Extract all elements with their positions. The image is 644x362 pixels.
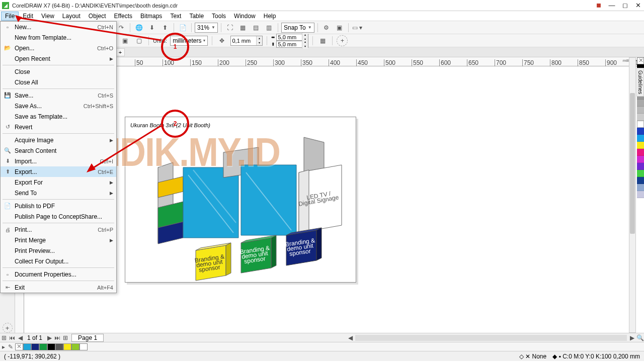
menu-item-exit[interactable]: ⇤ExitAlt+F4 [1, 282, 116, 293]
no-fill-swatch[interactable]: ✕ [15, 343, 23, 350]
vertical-scrollbar[interactable] [629, 57, 636, 333]
color-swatch[interactable] [637, 107, 644, 114]
doc-color-swatch[interactable] [55, 343, 63, 350]
app-icon[interactable]: ▭ ▾ [352, 22, 363, 33]
maximize-button[interactable]: ◻ [621, 2, 629, 9]
doc-color-swatch[interactable] [31, 343, 39, 350]
close-button[interactable]: ✕ [634, 2, 642, 9]
menu-item-save-as[interactable]: Save As...Ctrl+Shift+S [1, 101, 116, 111]
rulers-icon[interactable]: ▦ [237, 22, 249, 33]
doc-color-swatch[interactable] [39, 343, 47, 350]
first-page-icon[interactable]: ⏮ [8, 334, 16, 341]
add-tool-icon[interactable]: + [3, 323, 13, 333]
cursor-coordinates: ( -119,971; 390,262 ) [4, 353, 60, 360]
menu-help[interactable]: Help [260, 12, 280, 21]
menu-item-publish-page-to-conceptshare[interactable]: Publish Page to ConceptShare... [1, 211, 116, 222]
zoom-nav-icon[interactable]: 🔍 [636, 334, 644, 341]
guidelines-docker-tab[interactable]: Guidelines [636, 68, 644, 97]
menu-item-export-for[interactable]: Export For▶ [1, 177, 116, 188]
color-swatch[interactable] [637, 135, 644, 142]
no-color-swatch[interactable]: ✕ [637, 57, 644, 64]
launch-icon[interactable]: ▣ [334, 22, 345, 33]
menu-item-save-as-template[interactable]: Save as Template... [1, 111, 116, 122]
menu-text[interactable]: Text [166, 12, 185, 21]
menu-item-send-to[interactable]: Send To▶ [1, 188, 116, 198]
minimize-button[interactable]: — [608, 2, 616, 9]
last-page-icon[interactable]: ⏭ [53, 334, 61, 341]
prev-page-icon[interactable]: ◀ [16, 334, 24, 341]
color-swatch[interactable] [637, 170, 644, 177]
menu-window[interactable]: Window [230, 12, 260, 21]
fullscreen-icon[interactable]: ⛶ [224, 22, 235, 33]
color-swatch[interactable] [637, 156, 644, 163]
next-page-icon[interactable]: ▶ [45, 334, 53, 341]
canvas[interactable]: Ukuran Booth 3x6 (2 Unit Booth) [24, 66, 644, 333]
color-swatch[interactable] [637, 114, 644, 121]
palette-arrow-icon[interactable]: ▸ [2, 343, 5, 350]
menu-item-save[interactable]: 💾Save...Ctrl+S [1, 90, 116, 101]
doc-color-swatch[interactable] [47, 343, 55, 350]
color-swatch[interactable] [637, 184, 644, 191]
document-palette: ▸ ✎ ✕ [0, 342, 644, 351]
title-bar: ◢ CorelDRAW X7 (64-Bit) - D:\ANDIK\EVENT… [0, 0, 644, 11]
horizontal-scrollbar[interactable] [355, 335, 627, 341]
menu-item-print-merge[interactable]: Print Merge▶ [1, 235, 116, 245]
guides-icon[interactable]: ▥ [264, 22, 275, 33]
menu-item-print-preview[interactable]: Print Preview... [1, 245, 116, 256]
menu-tools[interactable]: Tools [208, 12, 230, 21]
menu-item-publish-to-pdf[interactable]: 📄Publish to PDF [1, 201, 116, 211]
zoom-combo[interactable]: 31%▼ [195, 23, 218, 33]
menu-item-close[interactable]: Close [1, 66, 116, 77]
nudge-distance[interactable]: ▴▾ [230, 36, 263, 46]
color-swatch[interactable] [637, 191, 644, 198]
dupx-icon: ⬌ [271, 35, 275, 40]
ruler-tick: 550 [412, 59, 423, 66]
menu-table[interactable]: Table [185, 12, 208, 21]
doc-color-swatch[interactable] [23, 343, 31, 350]
treat-as-filled-icon[interactable]: ▦ [317, 35, 328, 46]
add-preset-icon[interactable]: + [337, 35, 348, 46]
page-tab[interactable]: Page 1 [71, 334, 104, 342]
menu-item-label: Collect For Output... [15, 258, 113, 265]
menu-separator [3, 88, 114, 89]
menu-item-open-recent[interactable]: Open Recent▶ [1, 53, 116, 64]
menu-item-label: Document Properties... [15, 271, 113, 278]
eyedropper-icon[interactable]: ✎ [8, 343, 13, 350]
grid-icon[interactable]: ▤ [251, 22, 262, 33]
submenu-arrow-icon: ▶ [110, 238, 113, 243]
menu-item-shortcut: Ctrl+Shift+S [84, 103, 113, 109]
color-swatch[interactable] [637, 128, 644, 135]
menu-item-collect-for-output[interactable]: Collect For Output... [1, 256, 116, 266]
svg-line-33 [18, 18, 161, 40]
doc-color-swatch[interactable] [79, 343, 88, 350]
window-title: CorelDRAW X7 (64-Bit) - D:\ANDIK\EVENT\i… [12, 3, 595, 9]
menu-item-icon: ⇤ [4, 284, 12, 291]
ruler-tick: 800 [550, 59, 561, 66]
svg-line-35 [91, 126, 161, 169]
hscroll-right[interactable]: ▶ [628, 334, 636, 341]
menu-item-print[interactable]: 🖨Print...Ctrl+P [1, 224, 116, 235]
user-icon[interactable]: ◼ [595, 2, 603, 9]
options-icon[interactable]: ⚙ [321, 22, 332, 33]
page-add-after-icon[interactable]: ⊞ [61, 334, 69, 341]
menu-item-close-all[interactable]: Close All [1, 77, 116, 87]
color-swatch[interactable] [637, 177, 644, 184]
menu-item-label: Export For [15, 179, 113, 186]
add-tab-button[interactable]: + [116, 48, 125, 56]
doc-color-swatch[interactable] [71, 343, 79, 350]
hscroll-left[interactable]: ◀ [346, 334, 354, 341]
menu-item-icon: 🔍 [4, 147, 12, 154]
doc-color-swatch[interactable] [63, 343, 71, 350]
page-add-icon[interactable]: ⊞ [0, 334, 8, 341]
color-swatch[interactable] [637, 149, 644, 156]
color-swatch[interactable] [637, 142, 644, 149]
duplicate-y[interactable]: ▴▾ [276, 41, 308, 48]
snap-combo[interactable]: Snap To▼ [281, 23, 314, 33]
scrollbar-thumb[interactable] [630, 93, 635, 234]
menu-item-document-properties[interactable]: ▫Document Properties... [1, 269, 116, 280]
color-swatch[interactable] [637, 121, 644, 128]
color-swatch[interactable] [637, 100, 644, 107]
app-logo-icon: ◢ [2, 2, 9, 9]
pdf-icon[interactable]: 📄 [177, 22, 188, 33]
color-swatch[interactable] [637, 163, 644, 170]
